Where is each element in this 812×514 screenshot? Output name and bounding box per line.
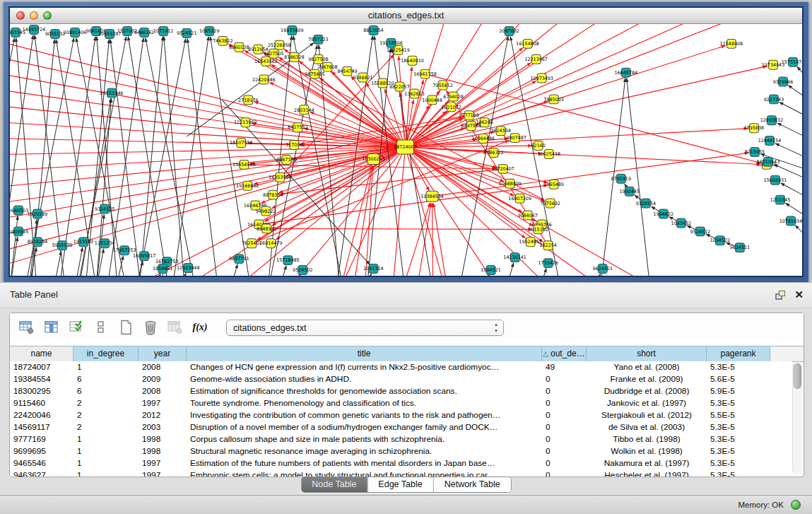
table-selector-dropdown[interactable]: citations_edges.txt ▲▼ — [226, 320, 504, 336]
table-options-icon[interactable] — [18, 319, 35, 336]
graph-node[interactable]: 12213967 — [524, 54, 548, 64]
graph-node[interactable]: 1903545 — [10, 227, 28, 236]
graph-node[interactable]: 16543562 — [254, 57, 278, 66]
graph-node[interactable]: 1913145 — [73, 238, 93, 247]
graph-node[interactable]: 11548008 — [720, 39, 743, 48]
graph-node[interactable]: 8878354 — [263, 190, 283, 199]
graph-node[interactable]: 1858881 — [153, 264, 172, 274]
graph-node[interactable]: 19166852 — [236, 181, 259, 190]
column-header-name[interactable]: name — [10, 346, 73, 361]
graph-node[interactable]: 7857223 — [308, 35, 328, 44]
graph-node[interactable]: 18724007 — [394, 140, 417, 154]
graph-node[interactable]: 9324125 — [95, 204, 114, 214]
table-row[interactable]: 911546021997Tourette syndrome. Phenomeno… — [10, 397, 792, 409]
column-header-title[interactable]: title — [187, 346, 542, 361]
graph-node[interactable]: 9328554 — [636, 199, 656, 208]
graph-node[interactable]: 16807209 — [508, 194, 531, 203]
graph-node[interactable]: 16353554 — [269, 173, 292, 182]
column-header-out_degree[interactable]: △out_de… — [542, 346, 587, 361]
tab-network-table[interactable]: Network Table — [433, 477, 511, 492]
graph-node[interactable]: 10973493 — [530, 74, 553, 83]
column-header-short[interactable]: short — [587, 346, 707, 361]
column-header-year[interactable]: year — [139, 346, 187, 361]
graph-node[interactable]: 9624511 — [730, 243, 750, 252]
graph-node[interactable]: 15718485 — [276, 256, 300, 265]
table-row[interactable]: 1872400712008Changes of HCN gene express… — [10, 361, 792, 373]
graph-node[interactable]: 5905135 — [52, 241, 72, 250]
graph-node[interactable]: 2803144 — [294, 105, 314, 115]
table-row[interactable]: 1456911722003Disruption of a novel membe… — [10, 421, 792, 433]
graph-node[interactable]: 1990448 — [422, 95, 442, 105]
graph-node[interactable]: 8215955 — [745, 148, 765, 157]
column-header-in_degree[interactable]: in_degree — [73, 346, 139, 361]
graph-node[interactable]: 16961758 — [413, 69, 437, 78]
graph-node[interactable]: 9524521 — [177, 28, 196, 37]
graph-node[interactable]: 252254 — [539, 241, 556, 250]
graph-node[interactable]: 9498222 — [256, 206, 276, 216]
graph-node[interactable]: 7955812 — [433, 81, 452, 90]
graph-node[interactable]: 15692931 — [764, 175, 787, 185]
float-panel-icon[interactable] — [775, 290, 786, 300]
graph-node[interactable]: 25226058 — [268, 40, 291, 49]
graph-node[interactable]: 8791919 — [611, 174, 631, 183]
close-panel-icon[interactable]: ✕ — [794, 288, 804, 301]
graph-node[interactable]: 12444154 — [758, 136, 782, 146]
graph-node[interactable]: 9227343 — [764, 95, 784, 104]
graph-node[interactable]: 1929189 — [28, 209, 47, 218]
table-row[interactable]: 946554611997Estimation of the future num… — [10, 457, 792, 469]
graph-node[interactable]: 6466162 — [134, 28, 154, 37]
graph-node[interactable]: 1094522 — [710, 236, 730, 245]
graph-node[interactable]: 2091314 — [363, 264, 383, 274]
graph-node[interactable]: 19524851 — [519, 238, 542, 247]
graph-node[interactable]: 14055724 — [23, 25, 46, 34]
graph-node[interactable]: 10025438 — [537, 150, 560, 159]
graph-node[interactable]: 12093832 — [760, 116, 784, 125]
tab-node-table[interactable]: Node Table — [301, 477, 367, 492]
graph-node[interactable]: 15720407 — [491, 164, 514, 173]
graph-node[interactable]: 12923448 — [177, 264, 200, 273]
table-vertical-scrollbar[interactable] — [792, 362, 802, 474]
delete-table-icon[interactable] — [142, 319, 159, 336]
graph-node[interactable]: 14136141 — [503, 253, 526, 262]
table-row[interactable]: 977716911998Corpus callosum shape and si… — [10, 433, 792, 445]
graph-node[interactable]: 8813054 — [363, 25, 383, 35]
graph-node[interactable]: 2967608 — [317, 62, 337, 71]
citation-network-graph[interactable]: 7463822886012889129542522605898275058186… — [10, 24, 802, 276]
graph-node[interactable]: 20891406 — [64, 28, 87, 37]
graph-node[interactable]: 1210345 — [770, 195, 790, 204]
graph-node[interactable]: 9055132 — [45, 29, 65, 38]
graph-node[interactable]: 2718176 — [238, 95, 258, 105]
graph-node[interactable]: 8918284 — [28, 238, 47, 247]
network-canvas[interactable]: 7463822886012889129542522605898275058186… — [10, 24, 802, 276]
scrollbar-thumb[interactable] — [794, 363, 801, 389]
graph-node[interactable]: 20364486 — [471, 134, 495, 144]
graph-node[interactable]: 62160 — [531, 141, 545, 151]
graph-node[interactable]: 8860128 — [229, 42, 249, 52]
graph-node[interactable]: 16154808 — [516, 39, 539, 48]
memory-status-icon[interactable] — [791, 500, 801, 510]
graph-node[interactable]: 1251234 — [95, 239, 114, 248]
graph-node[interactable]: 16095817 — [133, 252, 156, 261]
graph-node[interactable]: 1071912 — [153, 26, 173, 35]
graph-node[interactable]: 8948922 — [257, 224, 276, 233]
table-row[interactable]: 946362711997Embryonic stem cells: a mode… — [10, 469, 792, 477]
table-row[interactable]: 1830029562008Estimation of significance … — [10, 385, 792, 397]
graph-node[interactable]: 1992445 — [620, 187, 640, 196]
graph-node[interactable]: 1615192 — [528, 225, 548, 234]
new-table-icon[interactable] — [117, 319, 134, 336]
graph-node[interactable]: 22420046 — [252, 75, 276, 84]
graph-node[interactable]: 16914479 — [259, 239, 283, 248]
graph-node[interactable]: 16648784 — [614, 68, 637, 77]
graph-node[interactable]: 18640910 — [401, 56, 424, 65]
cell-tools-icon[interactable] — [93, 319, 110, 336]
graph-node[interactable]: 9524502 — [293, 266, 312, 275]
graph-node[interactable]: 7986322 — [483, 148, 503, 158]
graph-node[interactable]: 10781034 — [779, 216, 802, 226]
table-row[interactable]: 2242004622012Investigating the contribut… — [10, 409, 792, 421]
graph-node[interactable]: 1621072 — [441, 103, 461, 112]
network-window[interactable]: citations_edges.txt 74638228860128891295… — [3, 1, 809, 283]
network-window-titlebar[interactable]: citations_edges.txt — [10, 8, 802, 24]
graph-node[interactable]: 1733426 — [538, 259, 558, 268]
graph-node[interactable]: 1994622 — [654, 209, 673, 218]
graph-node[interactable]: 317006 — [286, 141, 302, 150]
